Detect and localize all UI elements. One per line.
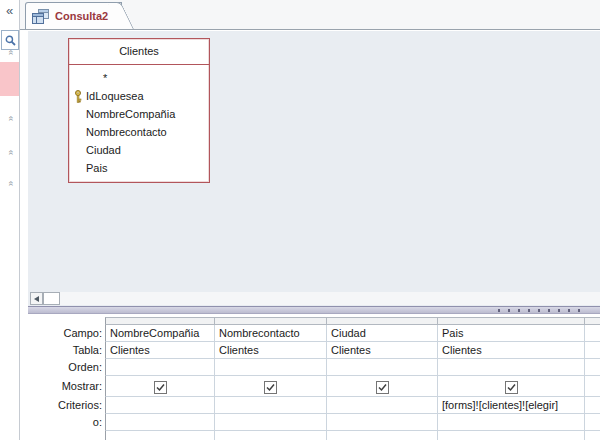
field-name: Ciudad xyxy=(86,144,121,156)
cell-extra-col0[interactable] xyxy=(105,431,215,440)
cell-orden-col0[interactable] xyxy=(105,359,215,376)
cell-extra-col2[interactable] xyxy=(327,431,438,440)
cell-mostrar-col0[interactable] xyxy=(105,376,215,397)
column-selector-1[interactable] xyxy=(215,317,327,325)
scrollbar-thumb[interactable] xyxy=(43,292,60,305)
cell-tabla-col0[interactable]: Clientes xyxy=(105,342,215,359)
field-name: Pais xyxy=(86,162,107,174)
cell-orden-col1[interactable] xyxy=(215,359,327,376)
grid-row-label-mostrar: Mostrar: xyxy=(28,376,105,397)
cell-campo-col3[interactable]: Pais xyxy=(438,325,585,342)
cell-criterios-col4[interactable] xyxy=(585,397,600,414)
field-name: IdLoquesea xyxy=(86,90,144,102)
splitter-grip-dots xyxy=(498,309,585,312)
grid-row-label-criterios: Criterios: xyxy=(28,397,105,414)
field-item-5[interactable]: Pais xyxy=(69,159,209,177)
cell-o-col2[interactable] xyxy=(327,414,438,431)
cell-mostrar-col2[interactable] xyxy=(327,376,438,397)
cell-campo-col4[interactable] xyxy=(585,325,600,342)
mostrar-checkbox[interactable] xyxy=(505,381,518,394)
grid-row-label-tabla: Tabla: xyxy=(28,342,105,359)
cell-tabla-col1[interactable]: Clientes xyxy=(215,342,327,359)
field-name: * xyxy=(103,72,107,84)
document-area: Consulta2 Clientes *IdLoqueseaNombreComp… xyxy=(20,0,600,440)
cell-criterios-col0[interactable] xyxy=(105,397,215,414)
horizontal-scrollbar[interactable] xyxy=(30,292,600,305)
group-chevron-icon[interactable]: « xyxy=(5,150,15,164)
search-icon xyxy=(5,35,16,46)
field-name: NombreCompañia xyxy=(86,108,175,120)
field-item-4[interactable]: Ciudad xyxy=(69,141,209,159)
cell-extra-col1[interactable] xyxy=(215,431,327,440)
field-list-title[interactable]: Clientes xyxy=(69,39,209,65)
grid-row-label-orden: Orden: xyxy=(28,359,105,376)
cell-tabla-col3[interactable]: Clientes xyxy=(438,342,585,359)
left-arrow-icon xyxy=(34,296,39,302)
shutter-bar-open-button[interactable]: « xyxy=(0,3,19,20)
scroll-left-button[interactable] xyxy=(30,292,43,305)
cell-criterios-col1[interactable] xyxy=(215,397,327,414)
column-selector-2[interactable] xyxy=(327,317,438,325)
cell-extra-col4[interactable] xyxy=(585,431,600,440)
selected-nav-item[interactable] xyxy=(0,62,19,96)
pane-splitter[interactable] xyxy=(28,306,600,314)
field-item-1[interactable]: IdLoquesea xyxy=(69,87,209,105)
field-name: Nombrecontacto xyxy=(86,126,167,138)
cell-mostrar-col1[interactable] xyxy=(215,376,327,397)
mostrar-checkbox[interactable] xyxy=(264,381,277,394)
cell-criterios-col3[interactable]: [forms]![clientes]![elegir] xyxy=(438,397,585,414)
cell-tabla-col2[interactable]: Clientes xyxy=(327,342,438,359)
cell-o-col0[interactable] xyxy=(105,414,215,431)
cell-mostrar-col4[interactable] xyxy=(585,376,600,397)
cell-campo-col2[interactable]: Ciudad xyxy=(327,325,438,342)
field-list-body: *IdLoqueseaNombreCompañiaNombrecontactoC… xyxy=(69,65,209,177)
cell-criterios-col2[interactable] xyxy=(327,397,438,414)
grid-row-label-o: o: xyxy=(28,414,105,431)
query-design-icon xyxy=(32,9,49,24)
cell-o-col3[interactable] xyxy=(438,414,585,431)
mostrar-checkbox[interactable] xyxy=(376,381,389,394)
grid-row-label-campo: Campo: xyxy=(28,325,105,342)
tab-edge xyxy=(107,2,134,29)
group-chevron-icon[interactable]: « xyxy=(5,116,15,130)
cell-orden-col3[interactable] xyxy=(438,359,585,376)
field-item-2[interactable]: NombreCompañia xyxy=(69,105,209,123)
design-grid: Campo:Tabla:Orden:Mostrar:Criterios:o:No… xyxy=(28,314,600,440)
field-item-3[interactable]: Nombrecontacto xyxy=(69,123,209,141)
field-item-0[interactable]: * xyxy=(69,69,209,87)
query-design-surface[interactable]: Clientes *IdLoqueseaNombreCompañiaNombre… xyxy=(28,31,600,306)
tab-title: Consulta2 xyxy=(55,10,108,22)
field-list-clientes[interactable]: Clientes *IdLoqueseaNombreCompañiaNombre… xyxy=(68,38,210,183)
cell-campo-col1[interactable]: Nombrecontacto xyxy=(215,325,327,342)
tab-consulta2[interactable]: Consulta2 xyxy=(25,2,122,29)
search-button[interactable] xyxy=(1,30,19,50)
group-chevron-icon[interactable]: « xyxy=(5,181,15,195)
cell-extra-col3[interactable] xyxy=(438,431,585,440)
document-tab-bar: Consulta2 xyxy=(20,0,600,30)
column-selector-3[interactable] xyxy=(438,317,585,325)
cell-o-col1[interactable] xyxy=(215,414,327,431)
mostrar-checkbox[interactable] xyxy=(154,381,167,394)
cell-tabla-col4[interactable] xyxy=(585,342,600,359)
cell-mostrar-col3[interactable] xyxy=(438,376,585,397)
cell-orden-col4[interactable] xyxy=(585,359,600,376)
access-query-design-window: « « « « « Consulta2 xyxy=(0,0,600,440)
cell-campo-col0[interactable]: NombreCompañia xyxy=(105,325,215,342)
column-selector-0[interactable] xyxy=(105,317,215,325)
navigation-pane-collapsed[interactable]: « « « « « xyxy=(0,0,20,440)
cell-orden-col2[interactable] xyxy=(327,359,438,376)
column-selector-4[interactable] xyxy=(585,317,600,325)
cell-o-col4[interactable] xyxy=(585,414,600,431)
